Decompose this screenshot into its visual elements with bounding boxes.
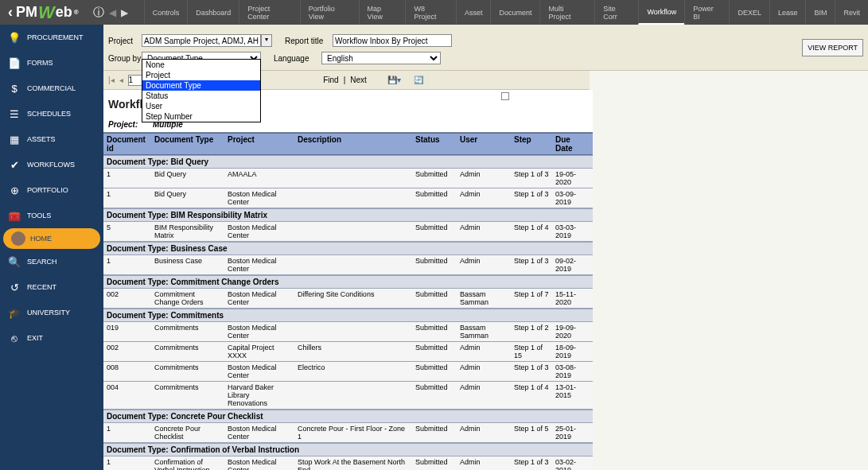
sidebar-label: WORKFLOWS bbox=[27, 161, 75, 169]
table-row[interactable]: 1Bid QueryAMAALASubmittedAdminStep 1 of … bbox=[103, 169, 593, 188]
info-icon[interactable]: ⓘ bbox=[93, 6, 104, 20]
language-select[interactable]: English bbox=[321, 52, 441, 64]
menu-revit[interactable]: Revit bbox=[835, 0, 868, 25]
sidebar-item-assets[interactable]: ▦ASSETS bbox=[0, 126, 103, 152]
sidebar-item-recent[interactable]: ↺RECENT bbox=[0, 274, 103, 300]
project-select[interactable] bbox=[142, 34, 261, 47]
university-icon: 🎓 bbox=[8, 307, 21, 319]
table-row[interactable]: 1Confirmation of Verbal InstructionBosto… bbox=[103, 456, 593, 470]
assets-icon: ▦ bbox=[8, 134, 21, 146]
avatar bbox=[11, 231, 25, 246]
refresh-icon[interactable]: 🔄 bbox=[414, 76, 423, 84]
schedules-icon: ☰ bbox=[8, 108, 21, 120]
export-icon[interactable]: 💾▾ bbox=[387, 76, 401, 84]
commercial-icon: $ bbox=[8, 83, 21, 95]
menu-map-view[interactable]: Map View bbox=[359, 0, 406, 25]
sidebar-item-procurement[interactable]: 💡PROCUREMENT bbox=[0, 25, 103, 50]
back-chevron-icon[interactable]: ‹ bbox=[8, 4, 13, 21]
group-by-option-user[interactable]: User bbox=[142, 101, 260, 111]
menu-dashboard[interactable]: Dashboard bbox=[187, 0, 239, 25]
sidebar-label: PORTFOLIO bbox=[27, 186, 68, 194]
group-by-option-document-type[interactable]: Document Type bbox=[142, 80, 260, 91]
find-label[interactable]: Find bbox=[323, 76, 338, 84]
sidebar-label: UNIVERSITY bbox=[27, 309, 70, 317]
menu-multi-project[interactable]: Multi Project bbox=[539, 0, 594, 25]
view-report-button[interactable]: VIEW REPORT bbox=[802, 39, 863, 56]
nav-next-icon[interactable]: ▶ bbox=[121, 7, 128, 18]
table-row[interactable]: 1Bid QueryBoston Medical CenterSubmitted… bbox=[103, 188, 593, 208]
group-by-option-step-number[interactable]: Step Number bbox=[142, 111, 260, 122]
group-header: Document Type: Commitments bbox=[103, 309, 593, 322]
logo: ‹ PM W eb ® bbox=[0, 2, 85, 23]
sidebar-item-exit[interactable]: ⎋EXIT bbox=[0, 325, 103, 351]
menu-controls[interactable]: Controls bbox=[144, 0, 188, 25]
top-bar: ‹ PM W eb ® ⓘ ◀ ▶ ControlsDashboardProje… bbox=[0, 0, 868, 25]
search-icon: 🔍 bbox=[8, 256, 21, 268]
prev-page-icon[interactable]: ◂ bbox=[119, 76, 123, 84]
sidebar-item-tools[interactable]: 🧰TOOLS bbox=[0, 203, 103, 228]
menu-bim[interactable]: BIM bbox=[805, 0, 835, 25]
sidebar-label: HOME bbox=[30, 235, 52, 243]
sidebar-item-workflows[interactable]: ✔WORKFLOWS bbox=[0, 152, 103, 177]
forms-icon: 📄 bbox=[8, 57, 21, 69]
group-header: Document Type: Bid Query bbox=[103, 155, 593, 169]
table-row[interactable]: 5BIM Responsibility MatrixBoston Medical… bbox=[103, 222, 593, 242]
recent-icon: ↺ bbox=[8, 282, 21, 293]
sidebar-label: TOOLS bbox=[27, 212, 51, 219]
sidebar-label: ASSETS bbox=[27, 135, 56, 143]
language-label: Language bbox=[274, 54, 321, 63]
group-by-label: Group by bbox=[108, 54, 142, 63]
sidebar-item-schedules[interactable]: ☰SCHEDULES bbox=[0, 101, 103, 126]
menu-project-center[interactable]: Project Center bbox=[239, 0, 299, 25]
table-row[interactable]: 004CommitmentsHarvard Baker Library Reno… bbox=[103, 382, 593, 410]
menu-document[interactable]: Document bbox=[490, 0, 539, 25]
group-header: Document Type: Business Case bbox=[103, 242, 593, 255]
group-header: Document Type: BIM Responsibility Matrix bbox=[103, 208, 593, 222]
next-label[interactable]: Next bbox=[350, 76, 367, 84]
viewer-checkbox[interactable] bbox=[501, 92, 509, 100]
group-header: Document Type: Commitment Change Orders bbox=[103, 275, 593, 289]
sidebar-label: EXIT bbox=[27, 334, 43, 342]
portfolio-icon: ⊕ bbox=[8, 185, 21, 196]
menu-power-bi[interactable]: Power BI bbox=[684, 0, 729, 25]
sidebar-label: RECENT bbox=[27, 283, 56, 291]
group-header: Document Type: Concrete Pour Checklist bbox=[103, 410, 593, 423]
report-viewer: Workflo Project: Multiple Document id Do… bbox=[103, 90, 593, 470]
procurement-icon: 💡 bbox=[8, 32, 21, 44]
table-row[interactable]: 1Business CaseBoston Medical CenterSubmi… bbox=[103, 255, 593, 275]
sidebar-item-portfolio[interactable]: ⊕PORTFOLIO bbox=[0, 177, 103, 203]
table-row[interactable]: 019CommitmentsBoston Medical CenterSubmi… bbox=[103, 322, 593, 342]
project-label: Project bbox=[108, 37, 142, 45]
table-row[interactable]: 1Concrete Pour ChecklistBoston Medical C… bbox=[103, 423, 593, 443]
group-by-option-status[interactable]: Status bbox=[142, 91, 260, 101]
report-body: Document Type: Bid Query1Bid QueryAMAALA… bbox=[103, 155, 593, 470]
sidebar-label: SCHEDULES bbox=[27, 110, 71, 118]
nav-prev-icon[interactable]: ◀ bbox=[109, 7, 116, 18]
table-row[interactable]: 002CommitmentsCapital Project XXXXChille… bbox=[103, 342, 593, 362]
menu-site-corr[interactable]: Site Corr bbox=[594, 0, 638, 25]
group-by-option-none[interactable]: None bbox=[142, 60, 260, 70]
sidebar-item-commercial[interactable]: $COMMERCIAL bbox=[0, 76, 103, 101]
menu-asset[interactable]: Asset bbox=[456, 0, 491, 25]
project-dropdown-button[interactable]: ▾ bbox=[261, 34, 272, 47]
menubar: ControlsDashboardProject CenterPortfolio… bbox=[144, 0, 868, 25]
menu-portfolio-view[interactable]: Portfolio View bbox=[300, 0, 359, 25]
menu-lease[interactable]: Lease bbox=[769, 0, 806, 25]
menu-workflow[interactable]: Workflow bbox=[638, 0, 684, 25]
sidebar-item-forms[interactable]: 📄FORMS bbox=[0, 50, 103, 76]
sidebar-item-search[interactable]: 🔍SEARCH bbox=[0, 249, 103, 274]
menu-dexel[interactable]: DEXEL bbox=[729, 0, 769, 25]
sidebar-item-home[interactable]: HOME bbox=[3, 228, 100, 249]
sidebar: 💡PROCUREMENT📄FORMS$COMMERCIAL☰SCHEDULES▦… bbox=[0, 25, 103, 470]
table-row[interactable]: 002Commitment Change OrdersBoston Medica… bbox=[103, 289, 593, 309]
sidebar-label: SEARCH bbox=[27, 258, 57, 266]
report-title-input[interactable] bbox=[333, 34, 452, 47]
group-by-dropdown-list[interactable]: NoneProjectDocument TypeStatusUserStep N… bbox=[142, 59, 261, 122]
first-page-icon[interactable]: |◂ bbox=[108, 76, 115, 84]
exit-icon: ⎋ bbox=[8, 332, 21, 344]
group-by-option-project[interactable]: Project bbox=[142, 70, 260, 80]
group-header: Document Type: Confirmation of Verbal In… bbox=[103, 443, 593, 456]
sidebar-item-university[interactable]: 🎓UNIVERSITY bbox=[0, 300, 103, 325]
menu-w8-project[interactable]: W8 Project bbox=[405, 0, 455, 25]
table-row[interactable]: 008CommitmentsBoston Medical CenterElect… bbox=[103, 362, 593, 382]
